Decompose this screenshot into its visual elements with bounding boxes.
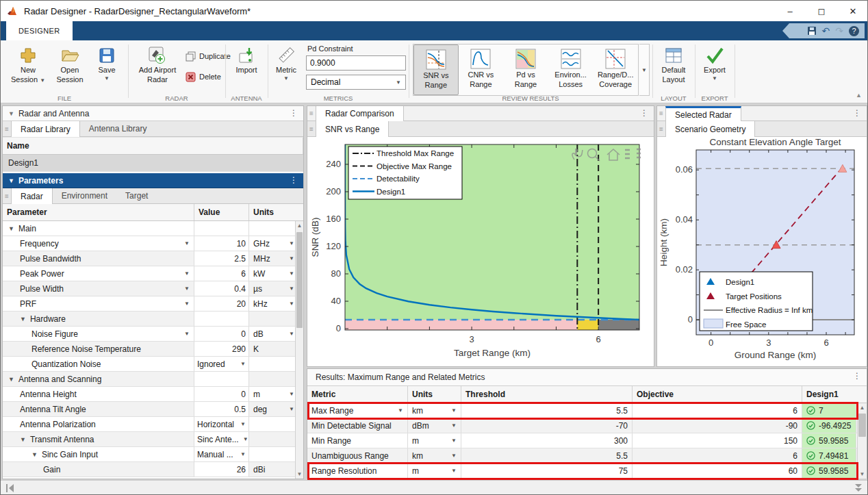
chevron-down-icon[interactable]: ▼ (289, 255, 294, 262)
parameter-units-cell[interactable]: GHz▼ (249, 236, 298, 251)
chevron-down-icon[interactable]: ▼ (289, 301, 294, 307)
result-row[interactable]: Min Detectable Signal▼ dBm▼ -70 -90 -96.… (307, 418, 867, 433)
tab-designer[interactable]: DESIGNER (6, 21, 73, 40)
parameter-value-cell[interactable]: 0▼ (194, 387, 249, 401)
scroll-down-icon[interactable]: ▼ (858, 470, 867, 479)
design-row[interactable]: Design1 (3, 155, 303, 172)
parameter-units-cell[interactable]: ▼ (249, 447, 298, 461)
new-session-button[interactable]: New Session ▼ (9, 43, 47, 94)
chevron-down-icon[interactable]: ▼ (184, 270, 190, 277)
chevron-down-icon[interactable]: ▼ (184, 331, 190, 337)
tab-selected-radar[interactable]: Selected Radar (665, 106, 741, 121)
result-row[interactable]: Max Range▼ km▼ 5.5 6 7 (307, 403, 867, 418)
parameter-value-cell[interactable]: 26▼ (194, 462, 249, 477)
chevron-down-icon[interactable]: ▼ (289, 331, 294, 337)
chevron-down-icon[interactable]: ▼ (184, 285, 190, 292)
save-button[interactable]: Save ▼ (92, 43, 121, 94)
chevron-down-icon[interactable]: ▼ (451, 453, 457, 459)
tab-antenna-library[interactable]: Antenna Library (80, 121, 156, 136)
parameter-row[interactable]: ▼Gain▼ 26▼ dBi▼ (3, 462, 303, 477)
parameter-value-cell[interactable]: 10▼ (194, 236, 249, 251)
pd-vs-range-button[interactable]: Pd vs Range (503, 45, 548, 95)
panel-menu-icon[interactable]: ⋮ (853, 108, 861, 118)
chevron-down-icon[interactable]: ▼ (289, 285, 294, 292)
units-cell[interactable]: km▼ (408, 403, 461, 418)
result-row[interactable]: Min Range▼ m▼ 300 150 59.9585 (307, 433, 867, 448)
parameters-scrollbar[interactable]: ▲ ▼ (295, 221, 303, 479)
radar-and-antenna-header[interactable]: ▼ Radar and Antenna ⋮ (3, 106, 303, 121)
chevron-down-icon[interactable]: ▼ (184, 240, 190, 246)
redo-icon[interactable]: ↷ (835, 26, 843, 36)
duplicate-button[interactable]: Duplicate (186, 49, 231, 64)
units-cell[interactable]: dBm▼ (408, 418, 461, 433)
parameter-value-cell[interactable]: ▼ (194, 312, 249, 326)
gallery-expand-button[interactable]: ▼ (639, 44, 650, 96)
save-icon[interactable] (807, 26, 817, 36)
chevron-down-icon[interactable]: ▼ (243, 436, 248, 442)
parameter-row[interactable]: ▼Antenna Polarization▼ Horizontal▼ ▼ (3, 417, 303, 432)
panel-menu-icon[interactable]: ⋮ (290, 175, 298, 185)
scroll-down-icon[interactable]: ▼ (296, 470, 303, 479)
parameter-row[interactable]: ▼Pulse Bandwidth▼ 2.5▼ MHz▼ (3, 251, 303, 266)
scrollbar-thumb[interactable] (858, 414, 866, 437)
parameter-value-cell[interactable]: Ignored▼ (194, 357, 249, 371)
parameter-units-cell[interactable]: ▼ (249, 312, 298, 326)
group-collapse-icon[interactable]: ▼ (20, 316, 26, 322)
parameter-row[interactable]: ▼Pulse Width▼ 0.4▼ µs▼ (3, 281, 303, 296)
parameter-units-cell[interactable]: µs▼ (249, 281, 298, 296)
parameter-units-cell[interactable]: ▼ (249, 432, 298, 446)
result-row[interactable]: Unambiguous Range▼ km▼ 5.5 6 7.49481 (307, 448, 867, 464)
panel-menu-icon[interactable]: ⋮ (640, 108, 648, 118)
environment-losses-button[interactable]: Environ... Losses (548, 45, 593, 95)
parameter-units-cell[interactable]: ▼ (249, 417, 298, 431)
threshold-cell[interactable]: 75 (461, 464, 633, 478)
threshold-cell[interactable]: 5.5 (461, 403, 633, 418)
parameter-value-cell[interactable]: ▼ (194, 372, 249, 386)
drag-grip-icon[interactable]: ≡ (3, 121, 11, 136)
objective-cell[interactable]: 60 (633, 464, 802, 478)
snr-vs-range-button[interactable]: SNR vs Range (413, 45, 459, 95)
open-session-button[interactable]: Open Session (49, 43, 91, 94)
scrollbar-thumb[interactable] (296, 232, 303, 328)
parameter-value-cell[interactable]: 20▼ (194, 296, 249, 311)
metric-cell[interactable]: Min Detectable Signal▼ (307, 418, 408, 433)
parameter-row[interactable]: ▼Reference Noise Temperature▼ 290▼ K▼ (3, 342, 303, 357)
tab-scenario-geometry[interactable]: Scenario Geometry (665, 121, 755, 137)
objective-cell[interactable]: 6 (633, 403, 802, 418)
range-doppler-coverage-button[interactable]: Range/D... Coverage (593, 45, 638, 95)
format-select[interactable]: Decimal ▼ (306, 75, 406, 90)
chevron-down-icon[interactable]: ▼ (451, 468, 457, 474)
parameter-value-cell[interactable]: 290▼ (194, 342, 249, 356)
parameter-value-cell[interactable]: ▼ (194, 221, 249, 236)
objective-cell[interactable]: -90 (633, 418, 802, 433)
parameter-value-cell[interactable]: 6▼ (194, 266, 249, 281)
objective-cell[interactable]: 6 (633, 448, 802, 463)
maximize-button[interactable]: ◻ (806, 1, 837, 21)
chevron-down-icon[interactable]: ▼ (240, 451, 246, 457)
tab-radar-library[interactable]: Radar Library (11, 121, 80, 137)
parameter-value-cell[interactable]: Horizontal▼ (194, 417, 249, 431)
collapse-panel-icon[interactable]: ▼ (8, 110, 14, 117)
collapse-left-panel-icon[interactable] (5, 483, 16, 493)
chevron-down-icon[interactable]: ▼ (289, 240, 294, 246)
collapse-ribbon-icon[interactable]: ▲ (856, 92, 862, 99)
add-airport-radar-button[interactable]: Add Airport Radar (132, 43, 183, 94)
parameter-row[interactable]: ▼Transmit Antenna▼ Sinc Ante...▼ ▼ (3, 432, 303, 447)
group-collapse-icon[interactable]: ▼ (8, 225, 14, 232)
chevron-down-icon[interactable]: ▼ (398, 407, 403, 414)
metric-cell[interactable]: Min Range▼ (307, 433, 408, 448)
parameter-units-cell[interactable]: K▼ (249, 342, 298, 356)
drag-grip-icon[interactable]: ≡ (657, 121, 665, 136)
parameter-value-cell[interactable]: 0.5▼ (194, 402, 249, 416)
metric-cell[interactable]: Range Resolution▼ (307, 464, 408, 478)
parameter-row[interactable]: ▼Frequency▼ 10▼ GHz▼ (3, 236, 303, 251)
result-row[interactable]: Range Resolution▼ m▼ 75 60 59.9585 (307, 464, 867, 479)
close-button[interactable]: ✕ (837, 1, 868, 21)
parameter-row[interactable]: ▼Noise Figure▼ 0▼ dB▼ (3, 327, 303, 342)
drag-grip-icon[interactable]: ≡ (307, 121, 316, 136)
units-cell[interactable]: m▼ (408, 464, 461, 478)
parameter-row[interactable]: ▼Antenna and Scanning▼ ▼ ▼ (3, 372, 303, 387)
group-collapse-icon[interactable]: ▼ (31, 451, 38, 458)
parameter-units-cell[interactable]: MHz▼ (249, 251, 298, 266)
chevron-down-icon[interactable]: ▼ (289, 406, 294, 412)
